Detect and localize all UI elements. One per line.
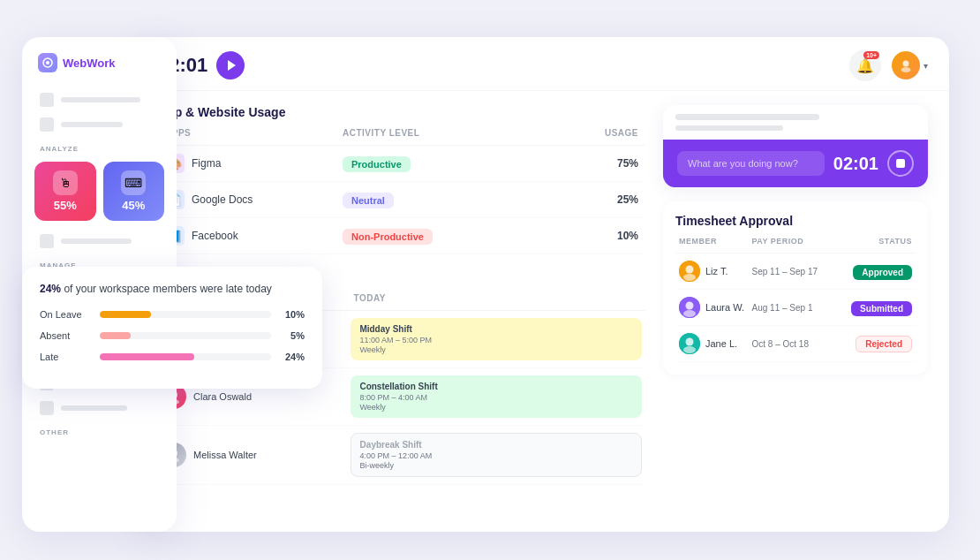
shift-name-2: Constellation Shift xyxy=(359,382,633,391)
table-row: 🎨 Figma Productive 75% xyxy=(158,146,645,182)
laura-avatar xyxy=(679,297,700,318)
popup-label-bar-2 xyxy=(675,125,783,131)
ts-period-header: Pay period xyxy=(752,237,840,246)
figma-activity: Productive xyxy=(343,155,550,172)
gdocs-usage: 25% xyxy=(550,193,639,206)
svg-point-12 xyxy=(683,274,696,281)
sidebar-icon-3 xyxy=(40,234,54,248)
svg-point-15 xyxy=(683,310,696,317)
sidebar-label-2 xyxy=(61,122,123,127)
clara-shift-badge: Constellation Shift 8:00 PM – 4:00 AM We… xyxy=(351,375,642,418)
svg-point-14 xyxy=(686,302,694,310)
list-item: Melissa Walter Daybreak Shift 4:00 PM – … xyxy=(158,426,645,485)
sidebar-icon-1 xyxy=(40,93,54,107)
svg-point-1 xyxy=(46,61,49,64)
melissa-name: Melissa Walter xyxy=(193,450,257,460)
late-stat: 24% xyxy=(40,283,61,295)
laura-name: Laura W. xyxy=(705,302,744,313)
jane-period: Oct 8 – Oct 18 xyxy=(752,339,840,349)
other-section-label: OTHER xyxy=(40,428,164,436)
absent-pct: 5% xyxy=(280,330,305,341)
late-label: Late xyxy=(40,352,91,362)
svg-point-2 xyxy=(903,61,909,67)
rejected-badge: Rejected xyxy=(856,336,912,352)
on-leave-bar xyxy=(100,311,271,318)
dashboard-header: 02:01 🔔 10+ ▾ xyxy=(137,37,949,91)
activity-column-header: Activity Level xyxy=(343,128,550,138)
late-bar xyxy=(100,353,271,360)
william-shift-badge: Midday Shift 11:00 AM – 5:00 PM Weekly xyxy=(351,318,642,360)
neutral-badge: Neutral xyxy=(343,193,394,208)
keyboard-card: ⌨ 45% xyxy=(103,162,165,221)
sidebar-item-9[interactable] xyxy=(34,397,164,420)
table-row: 📘 Facebook Non-Productive 10% xyxy=(158,218,645,254)
table-row: Laura W. Aug 11 – Sep 1 Submitted xyxy=(675,290,916,326)
liz-status: Approved xyxy=(840,263,913,280)
user-avatar xyxy=(892,51,920,79)
mouse-icon: 🖱 xyxy=(53,170,78,195)
progress-item-late: Late 24% xyxy=(40,352,305,362)
app-usage-title: App & Website Usage xyxy=(158,105,645,119)
shift-time-1: 11:00 AM – 5:00 PM xyxy=(359,336,633,344)
svg-point-11 xyxy=(686,266,694,274)
header-right: 🔔 10+ ▾ xyxy=(849,49,928,81)
facebook-activity: Non-Productive xyxy=(343,228,550,245)
shift-freq-2: Weekly xyxy=(359,403,633,412)
logo: WebWork xyxy=(34,53,164,72)
timer-popup-top xyxy=(663,105,928,140)
keyboard-pct: 45% xyxy=(122,199,145,212)
figma-usage: 75% xyxy=(550,157,639,170)
liz-avatar xyxy=(679,261,700,282)
gdocs-activity: Neutral xyxy=(343,192,550,208)
absent-fill xyxy=(100,332,131,339)
table-row: 📄 Google Docs Neutral 25% xyxy=(158,182,645,218)
logo-icon xyxy=(38,53,57,72)
what-doing-input[interactable] xyxy=(677,151,825,176)
sidebar-label-1 xyxy=(61,97,140,102)
shift-name-3: Daybreak Shift xyxy=(360,440,632,450)
notification-badge: 10+ xyxy=(863,51,879,59)
popup-label-bar-1 xyxy=(675,114,819,120)
sidebar-item-2[interactable] xyxy=(34,113,164,136)
ts-status-header: Status xyxy=(840,237,913,246)
absent-bar xyxy=(100,332,271,339)
jane-status: Rejected xyxy=(840,335,913,352)
apps-column-header: Apps xyxy=(165,128,343,138)
laura-status: Submitted xyxy=(840,299,913,316)
shift-name-1: Midday Shift xyxy=(359,324,633,334)
member-melissa: Melissa Walter xyxy=(162,443,343,467)
sidebar-label-9 xyxy=(61,405,127,411)
app-figma: 🎨 Figma xyxy=(165,154,343,173)
avatar-button[interactable]: ▾ xyxy=(892,51,928,79)
shift-freq-1: Weekly xyxy=(359,345,633,354)
svg-point-18 xyxy=(683,346,696,353)
play-button[interactable] xyxy=(216,51,245,79)
right-column: 02:01 Timesheet Approval Member Pay peri… xyxy=(663,105,928,518)
scene: WebWork ANALYZE 🖱 55% ⌨ 45% xyxy=(22,19,958,541)
analyze-section-label: ANALYZE xyxy=(40,145,164,153)
shift-time-3: 4:00 PM – 12:00 AM xyxy=(360,451,632,460)
on-leave-label: On Leave xyxy=(40,309,91,320)
ts-jane: Jane L. xyxy=(679,333,752,354)
progress-item-on-leave: On Leave 10% xyxy=(40,309,305,320)
app-facebook: 📘 Facebook xyxy=(165,226,343,246)
late-notification-popup: 24% of your workspace members were late … xyxy=(22,267,322,389)
on-leave-pct: 10% xyxy=(280,309,305,320)
late-fill xyxy=(100,353,194,360)
keyboard-icon: ⌨ xyxy=(121,170,146,195)
sidebar-item-3[interactable] xyxy=(34,230,164,253)
ts-liz: Liz T. xyxy=(679,261,752,282)
non-productive-badge: Non-Productive xyxy=(343,229,433,245)
late-popup-title: 24% of your workspace members were late … xyxy=(40,283,305,295)
notification-button[interactable]: 🔔 10+ xyxy=(849,49,881,81)
stop-button[interactable] xyxy=(887,150,914,177)
late-message: of your workspace members were late toda… xyxy=(64,283,271,295)
timer-popup-card: 02:01 xyxy=(663,105,928,187)
approved-badge: Approved xyxy=(853,265,912,280)
progress-item-absent: Absent 5% xyxy=(40,330,305,341)
svg-point-3 xyxy=(901,67,911,72)
sidebar-item-1[interactable] xyxy=(34,88,164,111)
app-gdocs: 📄 Google Docs xyxy=(165,190,343,209)
laura-period: Aug 11 – Sep 1 xyxy=(752,303,840,313)
chevron-down-icon: ▾ xyxy=(923,61,928,71)
